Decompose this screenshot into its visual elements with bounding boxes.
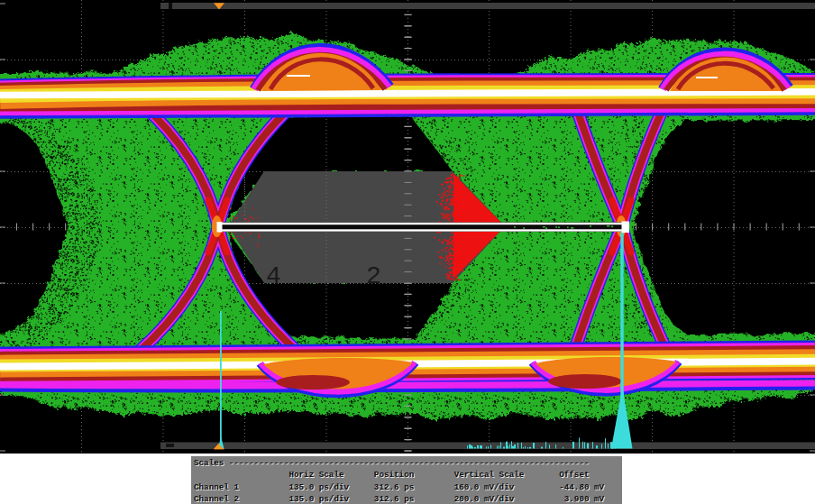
svg-text:2: 2 bbox=[366, 262, 381, 290]
svg-text:4: 4 bbox=[266, 262, 281, 290]
